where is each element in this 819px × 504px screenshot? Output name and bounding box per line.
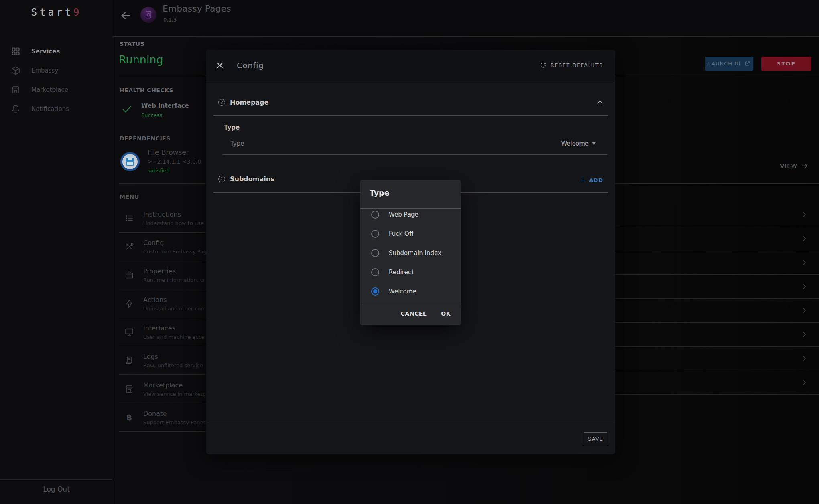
type-group-label: Type [224, 124, 240, 131]
dialog-option[interactable]: Redirect [360, 263, 461, 282]
list-icon [124, 213, 134, 223]
dialog-option-label: Web Page [389, 211, 419, 218]
divider [213, 115, 608, 116]
launch-ui-button[interactable]: LAUNCH UI [705, 57, 753, 71]
logo-accent: 9 [73, 6, 82, 18]
refresh-icon [540, 62, 547, 69]
status-value: Running [119, 53, 163, 66]
logo-text: Start [31, 6, 73, 18]
menu-item-title: Properties [143, 267, 205, 275]
status-section-label: STATUS [120, 40, 144, 47]
monitor-icon [124, 327, 134, 337]
dialog-option-label: Welcome [389, 288, 417, 295]
reset-defaults-button[interactable]: RESET DEFAULTS [540, 62, 603, 69]
chevron-right-icon [800, 258, 809, 267]
save-button[interactable]: SAVE [584, 432, 607, 445]
type-select-value: Welcome [561, 140, 589, 147]
menu-item-subtitle: User and machine acce [143, 334, 205, 340]
close-icon[interactable] [215, 61, 225, 70]
chevron-right-icon [800, 210, 809, 219]
health-check-name: Web Interface [141, 102, 189, 109]
storefront-icon [124, 384, 134, 394]
chevron-right-icon [800, 234, 809, 243]
lightning-icon [124, 299, 134, 308]
stop-button[interactable]: STOP [761, 57, 811, 71]
view-dependency-link[interactable]: VIEW [780, 162, 809, 170]
subdomains-section-label: Subdomains [230, 175, 274, 183]
page-header: Embassy Pages 0.1.3 [113, 0, 819, 37]
checkmark-icon [121, 103, 132, 115]
dialog-option[interactable]: Fuck Off [360, 224, 461, 243]
cancel-button[interactable]: CANCEL [401, 310, 427, 317]
bitcoin-icon: ฿ [124, 413, 134, 422]
caret-down-icon [592, 142, 596, 145]
external-link-icon [744, 61, 750, 67]
dialog-option-label: Fuck Off [389, 230, 413, 237]
help-icon: ? [218, 176, 225, 182]
dependency-status: satisfied [148, 168, 170, 174]
homepage-section-label: Homepage [230, 99, 268, 106]
menu-item-subtitle: Uninstall and other com [143, 306, 206, 312]
field-underline [222, 154, 607, 155]
dependencies-section-label: DEPENDENCIES [120, 135, 171, 142]
health-check-result: Success [141, 112, 162, 118]
menu-item-subtitle: Raw, unfiltered service [143, 362, 203, 368]
homepage-section-header[interactable]: ? Homepage [218, 98, 604, 106]
config-modal-footer: SAVE [206, 423, 615, 454]
dialog-option[interactable]: Subdomain Index [360, 243, 461, 263]
sidebar-item-label: Embassy [31, 67, 58, 74]
sidebar: Start9 Services Embassy Marketplace Noti… [0, 0, 113, 504]
app-icon [140, 7, 156, 23]
reset-defaults-label: RESET DEFAULTS [551, 62, 603, 68]
type-field-label: Type [230, 140, 244, 147]
storefront-icon [11, 85, 20, 95]
radio-icon[interactable] [371, 249, 379, 257]
sidebar-item-marketplace[interactable]: Marketplace [0, 80, 113, 99]
type-dialog-options: Web Page Fuck Off Subdomain Index Redire… [360, 205, 461, 301]
sidebar-item-label: Notifications [31, 105, 69, 113]
sidebar-item-notifications[interactable]: Notifications [0, 99, 113, 119]
dialog-option[interactable]: Welcome [360, 282, 461, 301]
sidebar-item-services[interactable]: Services [0, 42, 113, 61]
receipt-icon [124, 356, 134, 365]
add-subdomain-button[interactable]: ADD [580, 177, 603, 183]
sidebar-nav: Services Embassy Marketplace Notificatio… [0, 42, 113, 119]
view-label: VIEW [780, 163, 797, 169]
menu-item-title: Marketplace [143, 381, 206, 389]
type-select[interactable]: Welcome [561, 140, 596, 147]
dependency-name: File Browser [148, 148, 189, 156]
dialog-option-label: Subdomain Index [389, 249, 441, 257]
radio-icon[interactable] [371, 287, 379, 296]
ok-button[interactable]: OK [441, 310, 451, 317]
menu-section-label: MENU [120, 194, 139, 200]
grid-icon [11, 47, 20, 56]
config-modal-header: Config RESET DEFAULTS [206, 50, 615, 81]
menu-item-subtitle: Customize Embassy Pag [143, 249, 207, 255]
radio-icon[interactable] [371, 230, 379, 238]
menu-item-title: Donate [143, 410, 206, 417]
dependency-version-range: >=2.14.1.1 <3.0.0 [148, 158, 201, 165]
briefcase-icon [124, 270, 134, 280]
back-arrow-icon[interactable] [120, 10, 132, 22]
menu-item-subtitle: View service in marketp [143, 391, 206, 397]
menu-item-title: Actions [143, 296, 206, 304]
sidebar-item-label: Marketplace [31, 86, 68, 93]
menu-item-title: Instructions [143, 211, 204, 218]
menu-item-title: Config [143, 239, 207, 247]
dialog-option[interactable]: Web Page [360, 205, 461, 224]
health-section-label: HEALTH CHECKS [120, 87, 173, 93]
chevron-right-icon [800, 330, 809, 339]
radio-icon[interactable] [371, 211, 379, 219]
tools-icon [124, 242, 134, 251]
menu-item-title: Interfaces [143, 324, 205, 332]
app-version: 0.1.3 [163, 17, 177, 23]
floppy-disk-icon [126, 158, 134, 166]
sidebar-item-label: Services [31, 48, 60, 55]
chevron-up-icon[interactable] [596, 98, 604, 106]
radio-icon[interactable] [371, 268, 379, 276]
help-icon: ? [218, 99, 225, 106]
logout-button[interactable]: Log Out [0, 479, 113, 498]
chevron-right-icon [800, 354, 809, 363]
sidebar-item-embassy[interactable]: Embassy [0, 61, 113, 80]
dialog-option-label: Redirect [389, 269, 414, 276]
